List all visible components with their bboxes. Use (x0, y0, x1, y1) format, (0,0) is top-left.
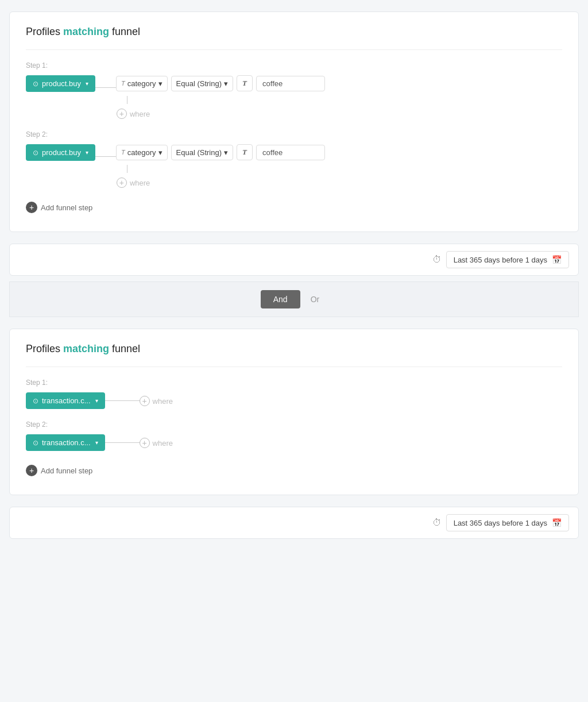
f2-step1-label: Step 1: (26, 379, 562, 387)
page-wrapper: Profiles matching funnel Step 1: ⊙ produ… (0, 11, 588, 539)
funnel2-step1: Step 1: ⊙ transaction.c... ▾ + where (26, 379, 562, 409)
calendar-icon: 📅 (552, 255, 562, 264)
operator-select[interactable]: Equal (String) ▾ (171, 76, 233, 91)
v-line (127, 96, 127, 104)
funnel2-title: Profiles matching funnel (26, 343, 562, 355)
funnel1-card: Profiles matching funnel Step 1: ⊙ produ… (9, 11, 579, 232)
where-label: where (130, 110, 150, 118)
funnel2-bottom-bar: ⏱ Last 365 days before 1 days 📅 (9, 507, 579, 539)
chevron-down-icon: ▾ (86, 80, 88, 87)
funnel2-date-btn[interactable]: Last 365 days before 1 days 📅 (446, 514, 569, 531)
step1-filter-row: T category ▾ Equal (String) ▾ T (116, 75, 325, 91)
where-label2: where (130, 179, 150, 187)
add-step-label2: Add funnel step (41, 466, 92, 475)
step1-event-label: product.buy (42, 79, 81, 88)
chevron-down-icon2: ▾ (86, 149, 88, 156)
filter-field-label: category (127, 79, 156, 88)
op-chevron-icon: ▾ (224, 79, 228, 88)
event-icon2: ⊙ (33, 149, 38, 157)
f2-step2-where-btn[interactable]: + where (140, 438, 173, 448)
step1-where-btn[interactable]: + where (117, 109, 325, 119)
funnel1-bottom-bar: ⏱ Last 365 days before 1 days 📅 (9, 244, 579, 276)
step2-event-label: product.buy (42, 148, 81, 157)
add-step-label: Add funnel step (41, 203, 92, 212)
title-funnel: funnel (112, 26, 140, 37)
funnel1-add-step-btn[interactable]: + Add funnel step (26, 199, 92, 215)
f2-chevron-icon1: ▾ (95, 398, 98, 404)
field-type-icon2: T (121, 149, 125, 156)
filter-value-input[interactable] (256, 76, 325, 91)
f2-step2-event-label: transaction.c... (42, 438, 91, 447)
clock-icon: ⏱ (432, 254, 442, 265)
h-line (95, 87, 116, 88)
type-T-icon: T (237, 75, 253, 91)
calendar-icon2: 📅 (552, 518, 562, 527)
and-or-bar: And Or (9, 281, 579, 317)
step2-filter-row: T category ▾ Equal (String) ▾ T (116, 144, 325, 160)
step2-where-btn[interactable]: + where (117, 178, 325, 188)
date-label2: Last 365 days before 1 days (454, 519, 547, 527)
title-matching2: matching (63, 343, 112, 354)
filter-value-input2[interactable] (256, 145, 325, 160)
where-plus-icon: + (117, 109, 127, 119)
f2-step2-event-btn[interactable]: ⊙ transaction.c... ▾ (26, 434, 105, 451)
f2-step1-event-btn[interactable]: ⊙ transaction.c... ▾ (26, 392, 105, 409)
funnel2-card: Profiles matching funnel Step 1: ⊙ trans… (9, 329, 579, 495)
title-matching: matching (63, 26, 112, 37)
filter-field-label2: category (127, 148, 156, 157)
step1-main-row: ⊙ product.buy ▾ T category ▾ (26, 75, 562, 119)
clock-icon2: ⏱ (432, 518, 442, 528)
add-step-icon2: + (26, 465, 37, 476)
f2-where-label1: where (153, 397, 173, 406)
date-label: Last 365 days before 1 days (454, 256, 547, 264)
step1-event-btn[interactable]: ⊙ product.buy ▾ (26, 75, 95, 92)
f2-chevron-icon2: ▾ (95, 439, 98, 446)
title-profiles: Profiles (26, 26, 60, 37)
funnel1-date-btn[interactable]: Last 365 days before 1 days 📅 (446, 251, 569, 268)
funnel2-step2: Step 2: ⊙ transaction.c... ▾ + where (26, 421, 562, 451)
f2-step2-main-row: ⊙ transaction.c... ▾ + where (26, 434, 562, 451)
filter-op-label2: Equal (String) (176, 148, 222, 157)
title-profiles2: Profiles (26, 343, 60, 354)
f2-step2-label: Step 2: (26, 421, 562, 429)
step2-event-btn[interactable]: ⊙ product.buy ▾ (26, 144, 95, 161)
f2-event-icon1: ⊙ (33, 397, 38, 405)
funnel1-step1: Step 1: ⊙ product.buy ▾ T (26, 61, 562, 119)
f2-where-plus-icon2: + (140, 438, 150, 448)
f2-h-line2 (105, 442, 140, 443)
or-btn[interactable]: Or (303, 290, 328, 308)
step1-label: Step 1: (26, 61, 562, 70)
operator-select2[interactable]: Equal (String) ▾ (171, 145, 233, 160)
step2-main-row: ⊙ product.buy ▾ T category ▾ (26, 144, 562, 188)
f2-h-line1 (105, 400, 140, 401)
f2-where-plus-icon1: + (140, 396, 150, 406)
field-chevron-icon2: ▾ (158, 148, 163, 157)
filter-op-label: Equal (String) (176, 79, 222, 88)
add-step-icon: + (26, 202, 37, 213)
h-line2 (95, 156, 116, 157)
step2-label: Step 2: (26, 130, 562, 138)
f2-where-label2: where (153, 439, 173, 448)
funnel1-title: Profiles matching funnel (26, 26, 562, 38)
category-select2[interactable]: T category ▾ (116, 145, 168, 160)
and-btn[interactable]: And (261, 290, 300, 308)
v-line2 (127, 165, 127, 173)
type-T-icon2: T (237, 144, 253, 160)
event-icon: ⊙ (33, 80, 38, 88)
category-select[interactable]: T category ▾ (116, 76, 168, 91)
step2-connector: T category ▾ Equal (String) ▾ T (95, 144, 325, 188)
funnel1-step2: Step 2: ⊙ product.buy ▾ T category ▾ (26, 130, 562, 188)
funnel2-add-step-btn[interactable]: + Add funnel step (26, 462, 92, 479)
step1-connector: T category ▾ Equal (String) ▾ T (95, 75, 325, 119)
f2-step1-event-label: transaction.c... (42, 396, 91, 405)
field-chevron-icon: ▾ (158, 79, 163, 88)
field-type-icon: T (121, 80, 125, 87)
f2-step1-main-row: ⊙ transaction.c... ▾ + where (26, 392, 562, 409)
f2-step1-where-btn[interactable]: + where (140, 396, 173, 406)
f2-event-icon2: ⊙ (33, 439, 38, 447)
where-plus-icon2: + (117, 178, 127, 188)
op-chevron-icon2: ▾ (224, 148, 228, 157)
title-funnel2: funnel (112, 343, 140, 354)
